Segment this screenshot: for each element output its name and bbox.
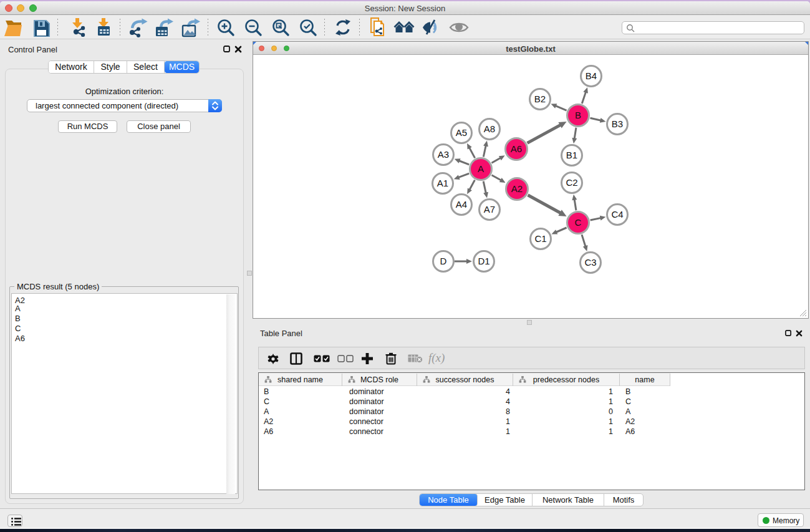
svg-text:A3: A3 [438, 149, 449, 160]
svg-text:D1: D1 [478, 256, 489, 266]
svg-text:A6: A6 [511, 143, 522, 154]
svg-text:A2: A2 [511, 183, 523, 194]
svg-text:A4: A4 [456, 199, 467, 210]
svg-text:C3: C3 [584, 257, 596, 268]
svg-text:A5: A5 [456, 127, 467, 138]
svg-text:C: C [575, 217, 582, 228]
svg-text:A1: A1 [437, 178, 448, 188]
svg-text:A7: A7 [484, 204, 495, 215]
svg-text:B2: B2 [534, 94, 546, 104]
svg-text:C4: C4 [611, 209, 623, 220]
svg-text:B: B [575, 110, 581, 120]
svg-text:B3: B3 [612, 118, 623, 129]
svg-text:A8: A8 [484, 123, 495, 134]
svg-text:C1: C1 [534, 233, 546, 244]
svg-text:B1: B1 [566, 150, 577, 160]
svg-text:C2: C2 [566, 177, 577, 188]
svg-text:D: D [440, 256, 447, 266]
svg-text:A: A [478, 163, 484, 174]
svg-text:B4: B4 [586, 70, 597, 81]
